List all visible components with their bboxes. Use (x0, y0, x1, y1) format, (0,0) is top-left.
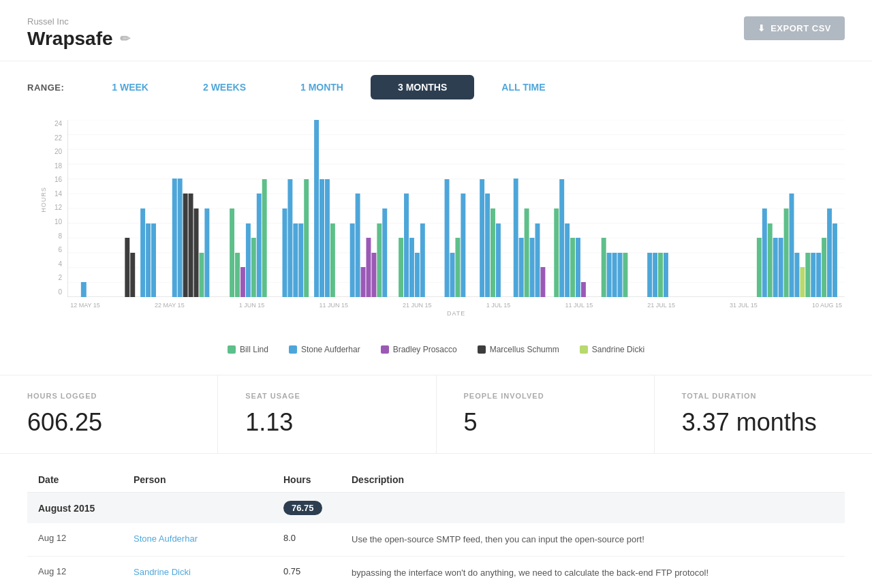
col-person: Person (134, 474, 283, 485)
svg-rect-88 (779, 238, 783, 297)
svg-rect-57 (456, 238, 461, 297)
svg-rect-70 (559, 179, 564, 297)
svg-rect-44 (356, 194, 360, 297)
table-header: Date Person Hours Description (27, 467, 845, 493)
stat-hours-logged: HOURS LOGGED 606.25 (0, 375, 218, 453)
table-row: Aug 12 Stone Aufderhar 8.0 Use the open-… (27, 523, 845, 557)
x-label-may12: 12 MAY 15 (70, 302, 100, 309)
svg-rect-21 (178, 179, 183, 297)
svg-rect-16 (130, 253, 135, 297)
svg-rect-25 (200, 253, 204, 297)
row-date: Aug 12 (38, 566, 134, 576)
svg-rect-43 (350, 223, 355, 297)
legend-stone: Stone Aufderhar (289, 345, 360, 354)
svg-rect-92 (800, 267, 805, 297)
range-alltime[interactable]: ALL TIME (474, 75, 572, 99)
svg-rect-37 (298, 223, 303, 297)
range-2weeks[interactable]: 2 WEEKS (176, 75, 273, 99)
export-csv-button[interactable]: ⬇ EXPORT CSV (744, 16, 845, 40)
legend-color-sandrine (580, 345, 588, 354)
svg-rect-18 (146, 223, 151, 297)
company-name: Russel Inc (27, 16, 130, 27)
svg-rect-49 (382, 208, 387, 297)
svg-rect-60 (485, 194, 490, 297)
svg-rect-66 (530, 238, 535, 297)
stat-people-involved: PEOPLE INVOLVED 5 (437, 375, 655, 453)
svg-rect-20 (172, 179, 177, 297)
app-title: Wrapsafe (27, 28, 113, 50)
svg-rect-53 (415, 253, 420, 297)
x-label-may22: 22 MAY 15 (155, 302, 185, 309)
svg-rect-72 (570, 238, 575, 297)
svg-rect-24 (194, 208, 199, 297)
svg-rect-35 (288, 179, 293, 297)
svg-rect-40 (320, 179, 324, 297)
svg-rect-64 (519, 238, 524, 297)
svg-rect-80 (647, 253, 652, 297)
row-person-link[interactable]: Stone Aufderhar (134, 533, 198, 544)
x-label-jul21: 21 JUL 15 (647, 302, 675, 309)
stats-row: HOURS LOGGED 606.25 SEAT USAGE 1.13 PEOP… (0, 375, 872, 454)
svg-rect-83 (664, 253, 668, 297)
svg-rect-41 (325, 179, 330, 297)
legend-sandrine: Sandrine Dicki (580, 345, 644, 354)
range-3months[interactable]: 3 MONTHS (371, 75, 474, 99)
svg-rect-74 (581, 282, 586, 297)
col-description: Description (352, 474, 834, 485)
svg-rect-34 (283, 208, 287, 297)
legend-marcellus: Marcellus Schumm (478, 345, 559, 354)
svg-rect-96 (822, 238, 826, 297)
svg-rect-90 (790, 194, 794, 297)
svg-rect-71 (565, 223, 570, 297)
edit-icon[interactable]: ✏ (120, 31, 130, 46)
svg-rect-63 (514, 179, 518, 297)
svg-rect-33 (262, 179, 267, 297)
chart-area: 24 22 20 18 16 14 12 10 8 6 4 2 0 HOURS (27, 120, 845, 324)
row-hours: 0.75 (283, 566, 352, 576)
svg-rect-62 (496, 223, 501, 297)
svg-rect-61 (490, 208, 495, 297)
chart-legend: Bill Lind Stone Aufderhar Bradley Prosac… (0, 338, 872, 361)
svg-rect-29 (240, 267, 245, 297)
download-icon: ⬇ (758, 23, 766, 33)
legend-bradley: Bradley Prosacco (381, 345, 457, 354)
log-table: Date Person Hours Description August 201… (0, 467, 872, 588)
row-person-link[interactable]: Sandrine Dicki (134, 567, 191, 577)
svg-rect-36 (293, 223, 298, 297)
svg-rect-55 (445, 179, 450, 297)
svg-rect-89 (784, 208, 789, 297)
svg-rect-42 (330, 223, 335, 297)
chart-y-axis-label: HOURS (40, 187, 47, 213)
svg-rect-91 (795, 253, 800, 297)
svg-rect-14 (81, 282, 87, 297)
svg-rect-52 (409, 238, 414, 297)
range-1week[interactable]: 1 WEEK (84, 75, 176, 99)
svg-rect-17 (140, 208, 145, 297)
svg-rect-82 (658, 253, 663, 297)
range-1month[interactable]: 1 MONTH (273, 75, 371, 99)
svg-rect-93 (805, 253, 810, 297)
col-hours: Hours (283, 474, 352, 485)
svg-rect-28 (235, 253, 240, 297)
x-label-jun21: 21 JUN 15 (403, 302, 432, 309)
svg-rect-23 (189, 194, 193, 297)
svg-rect-76 (607, 253, 612, 297)
table-row: Aug 12 Sandrine Dicki 0.75 bypassing the… (27, 557, 845, 589)
svg-rect-98 (832, 223, 837, 297)
row-date: Aug 12 (38, 533, 134, 543)
svg-rect-15 (125, 238, 129, 297)
stat-seat-usage: SEAT USAGE 1.13 (218, 375, 436, 453)
legend-color-bradley (381, 345, 389, 354)
x-label-jul1: 1 JUL 15 (486, 302, 511, 309)
svg-rect-38 (304, 179, 309, 297)
svg-rect-54 (420, 223, 425, 297)
table-group-august: August 2015 76.75 (27, 493, 845, 523)
group-hours-badge: 76.75 (283, 501, 322, 515)
row-description: bypassing the interface won't do anythin… (352, 566, 834, 580)
svg-rect-79 (623, 253, 628, 297)
svg-rect-95 (816, 253, 821, 297)
legend-bill-lind: Bill Lind (228, 345, 268, 354)
svg-rect-48 (377, 223, 382, 297)
svg-rect-22 (183, 194, 188, 297)
svg-rect-27 (230, 208, 234, 297)
